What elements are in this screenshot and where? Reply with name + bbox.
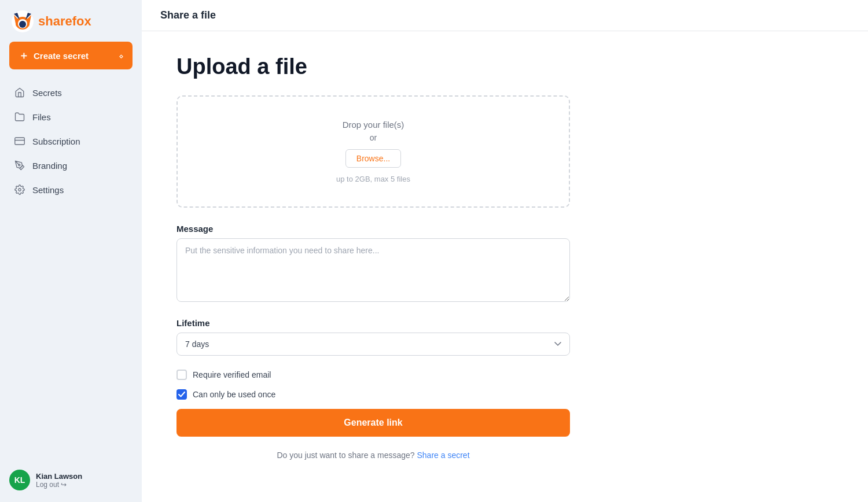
browse-button[interactable]: Browse... — [345, 149, 401, 168]
drop-hint: up to 2GB, max 5 files — [189, 175, 557, 183]
require-email-checkbox[interactable] — [176, 370, 187, 380]
branding-label: Branding — [32, 161, 67, 171]
user-info: Kian Lawson Log out ↪ — [36, 472, 82, 489]
lifetime-label: Lifetime — [176, 318, 628, 328]
sidebar-footer: KL Kian Lawson Log out ↪ — [0, 460, 142, 502]
message-label: Message — [176, 224, 628, 234]
share-secret-link[interactable]: Share a secret — [417, 451, 469, 460]
logout-link[interactable]: Log out ↪ — [36, 481, 82, 489]
credit-card-icon — [14, 135, 25, 147]
lifetime-select[interactable]: 1 hour 1 day 3 days 7 days 14 days 30 da… — [176, 333, 570, 356]
logo-text: sharefox — [38, 14, 91, 29]
sidebar-item-subscription[interactable]: Subscription — [6, 130, 136, 153]
svg-point-5 — [19, 21, 26, 28]
page-header-title: Share a file — [160, 9, 216, 21]
home-icon — [14, 87, 25, 98]
logo-icon — [12, 10, 34, 32]
single-use-label[interactable]: Can only be used once — [193, 390, 275, 399]
svg-rect-8 — [15, 138, 25, 145]
file-drop-zone[interactable]: Drop your file(s) or Browse... up to 2GB… — [176, 95, 570, 208]
require-email-group: Require verified email — [176, 370, 628, 380]
chevron-icon: ⬦ — [119, 51, 123, 60]
page-title: Upload a file — [176, 54, 628, 79]
generate-link-button[interactable]: Generate link — [176, 409, 570, 437]
subscription-label: Subscription — [32, 136, 80, 146]
create-secret-label: Create secret — [34, 51, 89, 61]
files-label: Files — [32, 112, 51, 122]
plus-icon: ＋ — [19, 49, 29, 62]
nav-list: Secrets Files Subscription Branding Sett… — [0, 81, 142, 460]
create-secret-button[interactable]: ＋ Create secret ⬦ — [9, 42, 133, 69]
sidebar-item-settings[interactable]: Settings — [6, 178, 136, 201]
lifetime-field-group: Lifetime 1 hour 1 day 3 days 7 days 14 d… — [176, 318, 628, 356]
logo: sharefox — [0, 0, 142, 42]
message-input[interactable] — [176, 238, 570, 302]
drop-or-text: or — [189, 133, 557, 142]
secrets-label: Secrets — [32, 88, 62, 98]
single-use-checkbox[interactable] — [176, 389, 187, 400]
page-content: Upload a file Drop your file(s) or Brows… — [142, 31, 663, 483]
single-use-group: Can only be used once — [176, 389, 628, 400]
share-hint: Do you just want to share a message? Sha… — [176, 451, 570, 460]
drop-text: Drop your file(s) — [189, 120, 557, 130]
sidebar-item-secrets[interactable]: Secrets — [6, 81, 136, 104]
brush-icon — [14, 160, 25, 171]
require-email-label[interactable]: Require verified email — [193, 370, 271, 379]
top-bar: Share a file — [142, 0, 868, 31]
gear-icon — [14, 184, 25, 195]
sidebar-item-files[interactable]: Files — [6, 105, 136, 128]
logout-label: Log out — [36, 481, 59, 489]
message-field-group: Message — [176, 224, 628, 304]
main-area: Share a file Upload a file Drop your fil… — [142, 0, 868, 502]
avatar: KL — [9, 470, 30, 490]
svg-point-10 — [19, 164, 20, 166]
sidebar-item-branding[interactable]: Branding — [6, 154, 136, 177]
folder-icon — [14, 111, 25, 123]
settings-label: Settings — [32, 185, 64, 195]
sidebar: sharefox ＋ Create secret ⬦ Secrets Files… — [0, 0, 142, 502]
svg-point-11 — [19, 189, 21, 191]
logout-icon: ↪ — [61, 481, 67, 489]
hint-text: Do you just want to share a message? — [277, 451, 414, 460]
user-name: Kian Lawson — [36, 472, 82, 481]
